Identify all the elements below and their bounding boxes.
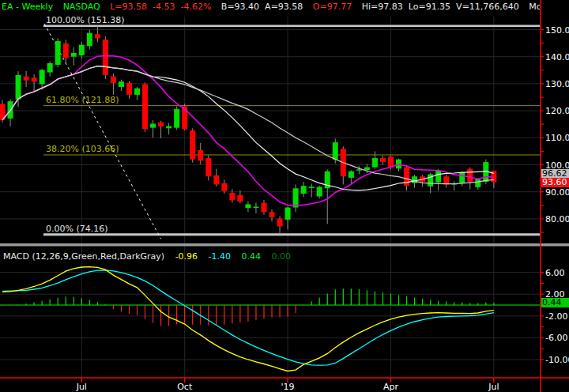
macd-study-title: MACD (12,26,9,Green,Red,DarkGray) [3,251,164,262]
candle-body[interactable] [285,208,291,220]
symbol-title: EA - Weekly [2,2,53,12]
candle-body[interactable] [198,150,203,160]
fib-label: 0.00% (74.16) [46,224,108,234]
price-axis-label: 110.00 [545,133,569,143]
candle-body[interactable] [364,168,370,170]
candle-body[interactable] [40,70,45,84]
candle-body[interactable] [55,41,61,65]
candle-body[interactable] [142,85,148,130]
candle-body[interactable] [126,83,132,95]
open-value: O=97.77 [313,2,352,12]
price-axis-label: 140.00 [545,52,569,62]
candle-body[interactable] [372,158,378,168]
last-change-group: L=93.58 -4.53 -4.62% [110,2,211,12]
exchange-label: NASDAQ [63,2,100,12]
price-axis-label: 80.00 [545,214,569,224]
candle-body[interactable] [134,89,140,95]
macd-axis-label: -2.00 [545,311,567,322]
candle-body[interactable] [388,156,394,167]
candle-body[interactable] [213,175,219,185]
candle-body[interactable] [380,158,386,162]
fib-label: 38.20% (103.66) [46,144,119,154]
price-axis-label: 90.00 [545,187,569,198]
candle-body[interactable] [190,130,195,160]
macd-axis-label: 6.00 [545,268,565,278]
chart-background [0,0,569,392]
candle-body[interactable] [459,172,465,183]
candle-body[interactable] [95,34,100,38]
fib-label: 100.00% (151.38) [46,15,125,25]
macd-hist-axis-badge: 0.44 [541,298,569,307]
signal-line-value: -1.40 [209,251,231,262]
price-axis-label: 130.00 [545,79,569,89]
trading-chart-window: 100.00% (151.38)61.80% (121.88)38.20% (1… [0,0,569,392]
quote-header: EA - Weekly NASDAQ L=93.58 -4.53 -4.62% … [2,1,540,13]
bid-ask-values: B=93.40 A=93.58 [221,2,303,12]
candle-body[interactable] [245,204,251,208]
candle-body[interactable] [356,169,362,171]
candle-body[interactable] [32,77,37,81]
candle-body[interactable] [87,33,92,47]
candle-body[interactable] [111,77,116,83]
candle-body[interactable] [237,195,243,202]
candle-body[interactable] [205,158,211,176]
histogram-value: 0.44 [242,251,262,262]
candle-body[interactable] [150,124,156,128]
macd-axis-label: -6.00 [545,333,567,343]
price-axis-label: 150.00 [545,25,569,36]
candle-body[interactable] [16,75,21,100]
macd-axis-label: -10.00 [545,355,569,365]
candle-body[interactable] [253,207,258,209]
candle-body[interactable] [63,43,69,58]
candle-body[interactable] [221,183,227,191]
candle-body[interactable] [293,188,299,207]
panel-divider[interactable] [0,243,569,247]
candle-body[interactable] [412,176,417,183]
candle-body[interactable] [301,186,307,194]
candle-body[interactable] [166,126,171,129]
time-tick-label: '19 [281,382,295,392]
candle-body[interactable] [261,203,266,213]
candle-body[interactable] [317,187,322,197]
candle-body[interactable] [229,193,235,200]
candle-body[interactable] [475,179,480,187]
candle-body[interactable] [174,109,179,128]
candle-body[interactable] [467,169,473,182]
candle-body[interactable] [277,219,283,227]
candle-body[interactable] [333,142,338,160]
time-tick-label: Jul [488,382,499,392]
candle-body[interactable] [71,53,77,57]
last-price-axis-badge: 93.60 [541,178,569,187]
candle-body[interactable] [269,212,275,217]
candle-body[interactable] [309,187,315,188]
candle-body[interactable] [349,172,354,178]
candle-body[interactable] [47,63,53,73]
candle-body[interactable] [103,40,108,75]
time-tick-label: Jul [76,382,87,392]
price-axis-label: 120.00 [545,106,569,116]
study-title: Mov Avg 2 Lines (Close,2 ... [529,2,540,12]
value-axis[interactable]: 150.00140.00130.00120.00110.00100.0090.0… [541,0,569,392]
candle-body[interactable] [443,176,449,184]
candle-body[interactable] [24,77,29,81]
candle-body[interactable] [158,122,164,126]
chart-canvas[interactable]: 100.00% (151.38)61.80% (121.88)38.20% (1… [0,0,569,392]
candle-body[interactable] [119,81,124,87]
macd-line-value: -0.96 [175,251,198,262]
hi-lo-volume: Hi=97.83 Lo=91.35 V=11,766,640 [362,2,519,12]
time-tick-label: Oct [177,382,193,392]
time-tick-label: Apr [383,382,399,392]
zero-ref-value: 0.00 [272,251,292,262]
candle-body[interactable] [435,171,441,183]
macd-study-header: MACD (12,26,9,Green,Red,DarkGray) -0.96 … [3,251,299,262]
fib-label: 61.80% (121.88) [46,95,119,105]
candle-body[interactable] [79,45,85,55]
